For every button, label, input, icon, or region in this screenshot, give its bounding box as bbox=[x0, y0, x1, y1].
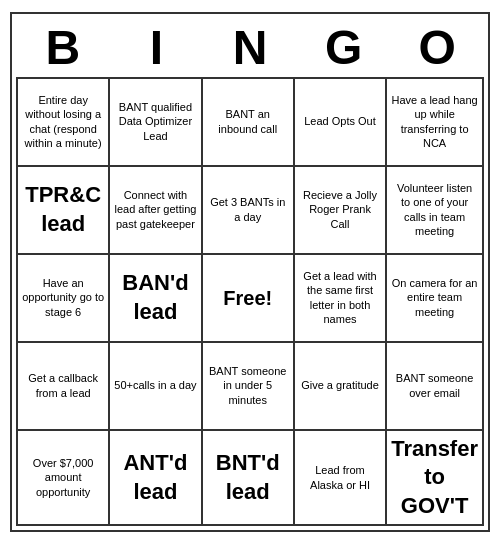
cell-text-19: BANT someone over email bbox=[391, 371, 478, 400]
cell-text-17: BANT someone in under 5 minutes bbox=[207, 364, 289, 407]
bingo-card: BINGO Entire day without losing a chat (… bbox=[10, 12, 490, 533]
bingo-cell-24: Transfer to GOV'T bbox=[387, 431, 484, 527]
cell-text-11: BAN'd lead bbox=[114, 269, 196, 326]
bingo-cell-16: 50+calls in a day bbox=[110, 343, 202, 431]
bingo-cell-0: Entire day without losing a chat (respon… bbox=[18, 79, 110, 167]
bingo-grid: Entire day without losing a chat (respon… bbox=[16, 77, 484, 527]
bingo-cell-6: Connect with lead after getting past gat… bbox=[110, 167, 202, 255]
bingo-cell-12: Free! bbox=[203, 255, 295, 343]
header-letter-I: I bbox=[110, 18, 204, 77]
bingo-cell-19: BANT someone over email bbox=[387, 343, 484, 431]
bingo-cell-20: Over $7,000 amount opportunity bbox=[18, 431, 110, 527]
cell-text-10: Have an opportunity go to stage 6 bbox=[22, 276, 104, 319]
bingo-cell-2: BANT an inbound call bbox=[203, 79, 295, 167]
cell-text-12: Free! bbox=[223, 285, 272, 311]
bingo-cell-18: Give a gratitude bbox=[295, 343, 387, 431]
cell-text-21: ANT'd lead bbox=[114, 449, 196, 506]
cell-text-16: 50+calls in a day bbox=[114, 378, 196, 392]
cell-text-9: Volunteer listen to one of your calls in… bbox=[391, 181, 478, 238]
cell-text-22: BNT'd lead bbox=[207, 449, 289, 506]
cell-text-3: Lead Opts Out bbox=[304, 114, 376, 128]
cell-text-23: Lead from Alaska or HI bbox=[299, 463, 381, 492]
bingo-cell-7: Get 3 BANTs in a day bbox=[203, 167, 295, 255]
bingo-cell-4: Have a lead hang up while transferring t… bbox=[387, 79, 484, 167]
bingo-cell-10: Have an opportunity go to stage 6 bbox=[18, 255, 110, 343]
cell-text-4: Have a lead hang up while transferring t… bbox=[391, 93, 478, 150]
cell-text-0: Entire day without losing a chat (respon… bbox=[22, 93, 104, 150]
header-letter-B: B bbox=[16, 18, 110, 77]
cell-text-8: Recieve a Jolly Roger Prank Call bbox=[299, 188, 381, 231]
bingo-cell-17: BANT someone in under 5 minutes bbox=[203, 343, 295, 431]
bingo-cell-11: BAN'd lead bbox=[110, 255, 202, 343]
cell-text-20: Over $7,000 amount opportunity bbox=[22, 456, 104, 499]
cell-text-15: Get a callback from a lead bbox=[22, 371, 104, 400]
header-letter-G: G bbox=[297, 18, 391, 77]
bingo-cell-1: BANT qualified Data Optimizer Lead bbox=[110, 79, 202, 167]
bingo-cell-5: TPR&C lead bbox=[18, 167, 110, 255]
bingo-cell-9: Volunteer listen to one of your calls in… bbox=[387, 167, 484, 255]
header-letter-N: N bbox=[203, 18, 297, 77]
cell-text-13: Get a lead with the same first letter in… bbox=[299, 269, 381, 326]
header-letter-O: O bbox=[390, 18, 484, 77]
cell-text-5: TPR&C lead bbox=[22, 181, 104, 238]
bingo-cell-22: BNT'd lead bbox=[203, 431, 295, 527]
bingo-cell-8: Recieve a Jolly Roger Prank Call bbox=[295, 167, 387, 255]
cell-text-14: On camera for an entire team meeting bbox=[391, 276, 478, 319]
cell-text-1: BANT qualified Data Optimizer Lead bbox=[114, 100, 196, 143]
bingo-cell-3: Lead Opts Out bbox=[295, 79, 387, 167]
bingo-cell-14: On camera for an entire team meeting bbox=[387, 255, 484, 343]
cell-text-24: Transfer to GOV'T bbox=[391, 435, 478, 521]
cell-text-6: Connect with lead after getting past gat… bbox=[114, 188, 196, 231]
bingo-cell-15: Get a callback from a lead bbox=[18, 343, 110, 431]
cell-text-2: BANT an inbound call bbox=[207, 107, 289, 136]
bingo-cell-13: Get a lead with the same first letter in… bbox=[295, 255, 387, 343]
bingo-cell-23: Lead from Alaska or HI bbox=[295, 431, 387, 527]
bingo-header: BINGO bbox=[16, 18, 484, 77]
cell-text-18: Give a gratitude bbox=[301, 378, 379, 392]
bingo-cell-21: ANT'd lead bbox=[110, 431, 202, 527]
cell-text-7: Get 3 BANTs in a day bbox=[207, 195, 289, 224]
